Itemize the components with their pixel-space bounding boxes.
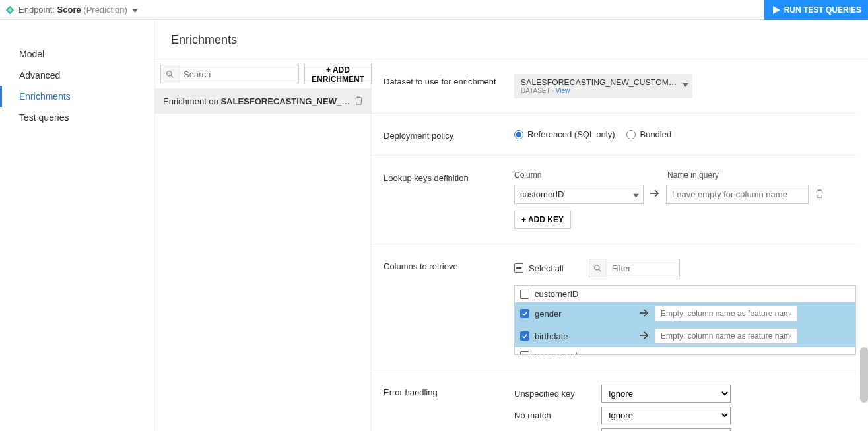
unspecified-key-select[interactable]: Ignore (601, 385, 731, 403)
sidebar-item-test-queries[interactable]: Test queries (0, 107, 154, 128)
radio-label: Referenced (SQL only) (527, 129, 615, 139)
run-test-queries-button[interactable]: RUN TEST QUERIES (764, 0, 868, 20)
section-dataset: Dataset to use for enrichment SALESFOREC… (372, 59, 856, 114)
radio-label: Bundled (640, 129, 671, 139)
select-all-label: Select all (529, 263, 564, 273)
error-row: Several matches Keep first (514, 428, 856, 431)
checkbox-unchecked-icon[interactable] (520, 351, 529, 356)
column-row[interactable]: customerID (515, 286, 855, 302)
dataset-sub: DATASET · View (521, 87, 677, 94)
feature-name-input[interactable] (655, 306, 797, 321)
sidebar-item-advanced[interactable]: Advanced (0, 65, 154, 86)
checkbox-unchecked-icon[interactable] (520, 290, 529, 299)
section-lookup-keys: Lookup keys definition Column Name in qu… (372, 156, 856, 244)
enrichment-item-prefix: Enrichment on (163, 96, 220, 106)
enrichment-list-item[interactable]: Enrichment on SALESFORECASTING_NEW_C… (155, 89, 371, 114)
column-name: customerID (535, 289, 634, 299)
several-matches-select[interactable]: Keep first (601, 428, 731, 431)
lookup-name-input[interactable] (666, 185, 809, 204)
search-icon (589, 259, 607, 277)
sidebar-item-enrichments[interactable]: Enrichments (0, 86, 154, 107)
sidebar-item-model[interactable]: Model (0, 44, 154, 65)
lookup-column-select[interactable]: customerID (514, 185, 644, 204)
content-row: + ADD ENRICHMENT Enrichment on SALESFORE… (155, 59, 868, 431)
section-deployment-policy: Deployment policy Referenced (SQL only) … (372, 114, 856, 156)
sidebar-item-label: Model (19, 49, 44, 59)
arrow-right-icon (650, 189, 659, 199)
body: Model Advanced Enrichments Test queries … (0, 20, 868, 431)
endpoint-kind: (Prediction) (81, 5, 127, 15)
trash-icon[interactable] (815, 189, 824, 200)
checkbox-checked-icon[interactable] (520, 309, 529, 318)
section-columns-to-retrieve: Columns to retrieve Select all (372, 244, 856, 370)
svg-line-5 (171, 75, 173, 77)
section-label: Dataset to use for enrichment (384, 74, 514, 98)
sidebar-item-label: Test queries (19, 112, 69, 123)
enrichment-list-column: + ADD ENRICHMENT Enrichment on SALESFORE… (155, 59, 372, 431)
column-name: user_agent (535, 350, 634, 355)
dataset-selector[interactable]: SALESFORECASTING_NEW_CUSTOM… DATASET · V… (514, 74, 692, 98)
svg-marker-6 (683, 83, 688, 87)
endpoint-prefix: Endpoint: (18, 5, 57, 15)
sidebar: Model Advanced Enrichments Test queries (0, 20, 155, 431)
add-enrichment-button[interactable]: + ADD ENRICHMENT (304, 65, 372, 83)
column-filter-input[interactable] (607, 259, 679, 277)
section-label: Error handling (384, 385, 514, 431)
enrichment-search[interactable] (160, 65, 299, 83)
column-list[interactable]: customerID gender birthdate (514, 285, 856, 355)
section-label: Deployment policy (384, 128, 514, 141)
arrow-right-icon (639, 331, 650, 341)
radio-bundled-input[interactable] (626, 130, 636, 139)
sidebar-item-label: Enrichments (19, 91, 71, 102)
dataset-kind: DATASET (521, 87, 550, 94)
scrollbar-thumb[interactable] (860, 347, 868, 403)
search-icon (161, 65, 180, 83)
sidebar-item-label: Advanced (19, 70, 60, 81)
endpoint-title[interactable]: Endpoint: Score (Prediction) (18, 5, 138, 15)
radio-referenced[interactable]: Referenced (SQL only) (514, 129, 615, 139)
column-row[interactable]: gender (515, 302, 855, 325)
svg-point-4 (167, 71, 172, 75)
main: Enrichments + ADD ENRICHMENT Enrichment … (155, 20, 868, 431)
feature-name-input[interactable] (655, 328, 797, 344)
no-match-select[interactable]: Ignore (601, 407, 731, 424)
radio-referenced-input[interactable] (514, 130, 523, 139)
svg-line-9 (599, 269, 601, 271)
trash-icon[interactable] (354, 96, 363, 107)
play-icon (772, 6, 780, 14)
select-all-checkbox[interactable]: Select all (514, 263, 564, 273)
section-label: Lookup keys definition (384, 170, 514, 229)
column-name: gender (535, 309, 634, 319)
chevron-down-icon (633, 189, 639, 199)
checkbox-checked-icon[interactable] (520, 331, 529, 341)
svg-marker-7 (633, 193, 639, 197)
scrollbar-track[interactable] (860, 59, 868, 431)
section-label: Columns to retrieve (384, 259, 514, 355)
section-error-handling: Error handling Unspecified key Ignore No… (372, 370, 856, 431)
svg-marker-2 (132, 9, 138, 13)
dataset-name: SALESFORECASTING_NEW_CUSTOM… (521, 78, 677, 87)
run-btn-label: RUN TEST QUERIES (784, 5, 861, 15)
endpoint-name: Score (57, 5, 81, 15)
error-row: No match Ignore (514, 407, 856, 424)
chevron-down-icon (683, 79, 688, 89)
column-row[interactable]: birthdate (515, 325, 855, 347)
enrichment-item-label: Enrichment on SALESFORECASTING_NEW_C… (163, 96, 354, 106)
dataset-view-link[interactable]: View (556, 87, 570, 94)
arrow-right-icon (639, 309, 650, 319)
name-in-query-header: Name in query (667, 170, 810, 180)
add-key-button[interactable]: + ADD KEY (514, 211, 571, 229)
column-row[interactable]: user_agent (515, 347, 855, 355)
search-input[interactable] (180, 65, 298, 83)
indeterminate-checkbox-icon (514, 263, 523, 273)
error-row-label: No match (514, 411, 593, 420)
error-row-label: Unspecified key (514, 389, 593, 399)
svg-point-8 (594, 265, 599, 269)
error-row: Unspecified key Ignore (514, 385, 856, 403)
column-name: birthdate (535, 331, 634, 341)
radio-bundled[interactable]: Bundled (626, 129, 671, 139)
brand-icon (5, 5, 15, 15)
column-filter[interactable] (589, 259, 680, 277)
topbar: Endpoint: Score (Prediction) RUN TEST QU… (0, 0, 868, 20)
page-title: Enrichments (155, 20, 868, 59)
